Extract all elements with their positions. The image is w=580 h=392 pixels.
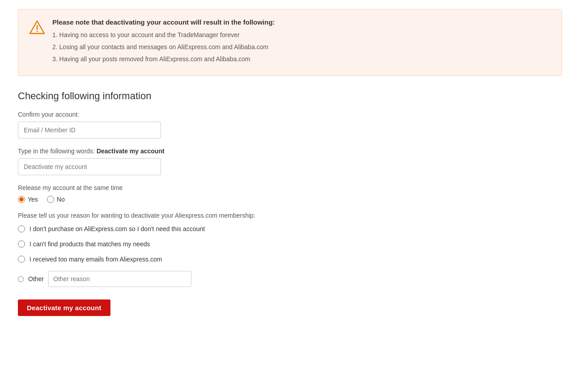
type-words-group: Type in the following words: Deactivate … [18,148,562,175]
page-container: Please note that deactivating your accou… [0,0,580,392]
release-label: Release my account at the same time [18,184,562,191]
warning-title: Please note that deactivating your accou… [52,18,551,26]
release-section: Release my account at the same time Yes … [18,184,562,203]
reason-label-1: I don't purchase on AliExpress.com so I … [30,225,205,232]
release-yes-label: Yes [28,196,38,203]
warning-item-2: 2. Losing all your contacts and messages… [52,42,551,52]
section-title: Checking following information [18,90,562,102]
release-no-radio[interactable] [47,196,54,203]
other-label: Other [28,275,44,282]
warning-item-3: 3. Having all your posts removed from Al… [52,55,551,64]
reason-radio-1[interactable] [18,225,25,232]
reason-option-2[interactable]: I can't find products that matches my ne… [18,240,562,248]
warning-item-1: 1. Having no access to your account and … [52,30,551,40]
release-yes-radio[interactable] [18,196,25,203]
type-instruction: Type in the following words: Deactivate … [18,148,562,155]
warning-content: Please note that deactivating your accou… [52,18,551,67]
form-section: Checking following information Confirm y… [18,90,562,316]
deactivate-account-button[interactable]: Deactivate my account [18,299,110,316]
reason-section: Please tell us your reason for wanting t… [18,212,562,287]
reason-option-1[interactable]: I don't purchase on AliExpress.com so I … [18,225,562,232]
release-no-option[interactable]: No [47,196,65,203]
warning-list: 1. Having no access to your account and … [52,30,551,64]
email-member-id-input[interactable] [18,122,161,139]
deactivate-confirm-input[interactable] [18,158,161,175]
release-no-label: No [57,196,65,203]
warning-icon [29,19,45,35]
reason-label-3: I received too many emails from Aliexpre… [30,256,162,263]
reason-radio-3[interactable] [18,256,25,263]
other-reason-input[interactable] [48,271,191,287]
release-radio-group: Yes No [18,196,562,203]
reason-radio-other[interactable] [18,276,24,282]
reason-label: Please tell us your reason for wanting t… [18,212,562,219]
release-yes-option[interactable]: Yes [18,196,38,203]
svg-point-2 [37,31,38,32]
reason-option-3[interactable]: I received too many emails from Aliexpre… [18,256,562,263]
confirm-label: Confirm your account: [18,111,562,118]
type-instruction-bold: Deactivate my account [97,148,165,155]
other-reason-row: Other [18,271,562,287]
reason-label-2: I can't find products that matches my ne… [30,240,150,248]
confirm-account-group: Confirm your account: [18,111,562,139]
type-instruction-prefix: Type in the following words: [18,148,97,155]
reason-radio-2[interactable] [18,240,25,248]
warning-box: Please note that deactivating your accou… [18,9,562,76]
